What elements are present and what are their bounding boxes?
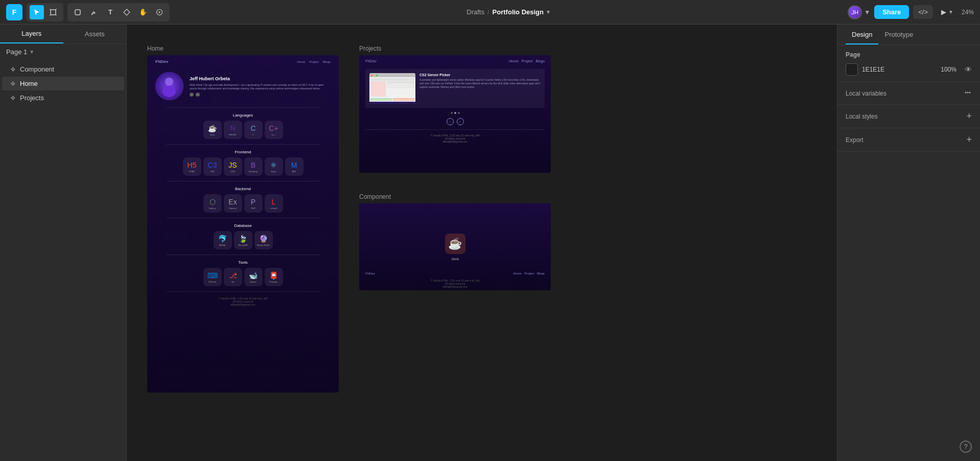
sidebar-item-projects[interactable]: ❖ Projects <box>2 91 124 105</box>
local-variables-icon[interactable] <box>964 88 972 98</box>
projects-frame[interactable]: FNDev HomeProjectBlogs <box>359 55 551 173</box>
assets-tab[interactable]: Assets <box>63 25 127 43</box>
hand-tool[interactable]: ✋ <box>136 5 150 19</box>
dot-3 <box>458 112 460 114</box>
breadcrumb-parent[interactable]: Drafts <box>466 8 484 16</box>
frontend-title: Frontend <box>155 150 331 154</box>
page-section-header: Page <box>846 51 972 58</box>
profile-name: Jeff Hubert Orbeta <box>190 76 331 81</box>
page-color-swatch[interactable] <box>846 63 858 76</box>
skill-docker: 🐋 Docker <box>244 268 263 286</box>
app-logo[interactable]: F <box>6 4 22 20</box>
left-sidebar: Layers Assets Page 1 ▼ ❖ Component ❖ Hom… <box>0 25 127 461</box>
code-button[interactable]: </> <box>913 5 933 19</box>
play-button[interactable]: ▶ ▼ <box>937 5 958 19</box>
svg-marker-8 <box>124 9 130 15</box>
proj-divider <box>365 129 545 130</box>
projects-frame-wrapper: Projects FNDev HomeProjectBlogs <box>359 45 551 173</box>
avatar-dropdown[interactable]: ▼ <box>864 9 870 16</box>
help-area: ? <box>837 432 980 461</box>
prototype-tab[interactable]: Prototype <box>878 25 919 44</box>
home-nav-brand: FNDev <box>155 59 168 64</box>
component-icon: ❖ <box>10 66 16 73</box>
profile-bio: Hello there! I do app and web developmen… <box>190 83 331 90</box>
component-skill-label: Java <box>451 257 459 261</box>
languages-section: Languages ☕ Java N VB/.NET <box>147 111 339 141</box>
prev-arrow[interactable]: ‹ <box>447 118 454 125</box>
page-color-value[interactable]: 1E1E1E <box>862 66 884 73</box>
pen-tool[interactable] <box>87 5 101 19</box>
sidebar-item-component[interactable]: ❖ Component <box>2 62 124 76</box>
local-styles-label: Local styles <box>846 113 878 120</box>
component-tool[interactable] <box>120 5 134 19</box>
skill-mysql: 🐬 MySQL <box>214 231 232 249</box>
right-sidebar-tabs: Design Prototype <box>837 25 980 45</box>
topbar-right: JH ▼ Share </> ▶ ▼ 24% <box>848 5 974 19</box>
skill-css2: JS CSS <box>224 157 242 176</box>
linkedin-link-icon: in <box>196 93 200 97</box>
page-section-title: Page <box>846 51 860 58</box>
export-label: Export <box>846 136 864 144</box>
projects-nav: FNDev HomeProjectBlogs <box>359 55 551 67</box>
svg-point-15 <box>967 92 969 94</box>
skill-postman: 📮 Postman <box>265 268 283 286</box>
shape-tool[interactable] <box>71 5 85 19</box>
skill-java: ☕ Java <box>203 121 222 139</box>
svg-point-13 <box>162 86 176 97</box>
divider-4 <box>167 218 320 218</box>
skill-c: C C <box>244 121 263 139</box>
svg-line-3 <box>56 9 57 10</box>
divider-5 <box>167 255 320 255</box>
sidebar-tabs: Layers Assets <box>0 25 126 44</box>
topbar: F T ✋ Drafts / Portfolio Design ▼ <box>0 0 980 25</box>
user-avatar[interactable]: JH <box>848 5 862 19</box>
tool-group <box>27 3 63 21</box>
profile-links: ⊙ in <box>190 93 331 97</box>
local-styles-add-icon[interactable]: + <box>966 111 972 122</box>
next-arrow[interactable]: › <box>457 118 464 125</box>
backend-grid: ⬡ Node.js Ex Express P PHP <box>155 194 331 213</box>
local-variables-label: Local variables <box>846 90 886 97</box>
projects-layer-label: Projects <box>20 94 44 102</box>
local-variables-section: Local variables <box>837 82 980 105</box>
home-frame[interactable]: FNDev Home Project Blogs <box>147 55 339 393</box>
page-label: Page 1 <box>6 48 27 56</box>
skill-mongodb: 🍃 MongoDB <box>234 231 252 249</box>
skill-nodejs: ⬡ Node.js <box>203 194 222 213</box>
component-frame[interactable]: ☕ Java FNDev HomeProjectBlogs <box>359 203 551 290</box>
right-sidebar: Design Prototype Page 1E1E1E 100% 👁 Loca… <box>837 25 980 461</box>
visibility-toggle-icon[interactable]: 👁 <box>965 65 972 74</box>
home-frame-content: FNDev Home Project Blogs <box>147 55 339 393</box>
layers-tab[interactable]: Layers <box>0 25 63 43</box>
page-selector[interactable]: Page 1 ▼ <box>6 48 34 56</box>
skill-express: Ex Express <box>224 194 242 213</box>
breadcrumb-current[interactable]: Portfolio Design ▼ <box>493 8 551 16</box>
skill-vscode: ⌨ VSCode <box>203 268 222 286</box>
database-grid: 🐬 MySQL 🍃 MongoDB 🔮 Mongo Realm <box>155 231 331 249</box>
export-add-icon[interactable]: + <box>966 134 972 145</box>
share-button[interactable]: Share <box>874 5 909 19</box>
comp-footer: © Vanilla HTML, CSS and JS with ♥ by Jef… <box>359 279 551 288</box>
text-tool[interactable]: T <box>103 5 118 19</box>
projects-nav-brand: FNDev <box>365 59 377 63</box>
comment-tool[interactable] <box>152 5 167 19</box>
cursor-tool[interactable] <box>30 5 44 19</box>
help-button[interactable]: ? <box>960 441 972 453</box>
backend-section: Backend ⬡ Node.js Ex Express <box>147 185 339 215</box>
design-tab[interactable]: Design <box>846 25 878 44</box>
component-frame-content: ☕ Java <box>359 203 551 290</box>
sidebar-item-home[interactable]: ❖ Home <box>2 77 124 90</box>
dot-1 <box>451 112 453 114</box>
local-styles-row: Local styles + <box>846 111 972 122</box>
zoom-level[interactable]: 24% <box>962 9 974 16</box>
project-dots <box>359 110 551 116</box>
home-icon: ❖ <box>10 80 16 87</box>
canvas[interactable]: Home FNDev Home Project Blogs <box>127 25 837 461</box>
breadcrumb-separator: / <box>487 8 489 16</box>
skill-laravel: L Laravel <box>265 194 283 213</box>
languages-title: Languages <box>155 113 331 118</box>
page-opacity-value[interactable]: 100% <box>941 66 956 73</box>
svg-line-2 <box>50 9 51 10</box>
frame-tool[interactable] <box>46 5 60 19</box>
svg-point-12 <box>165 78 173 86</box>
